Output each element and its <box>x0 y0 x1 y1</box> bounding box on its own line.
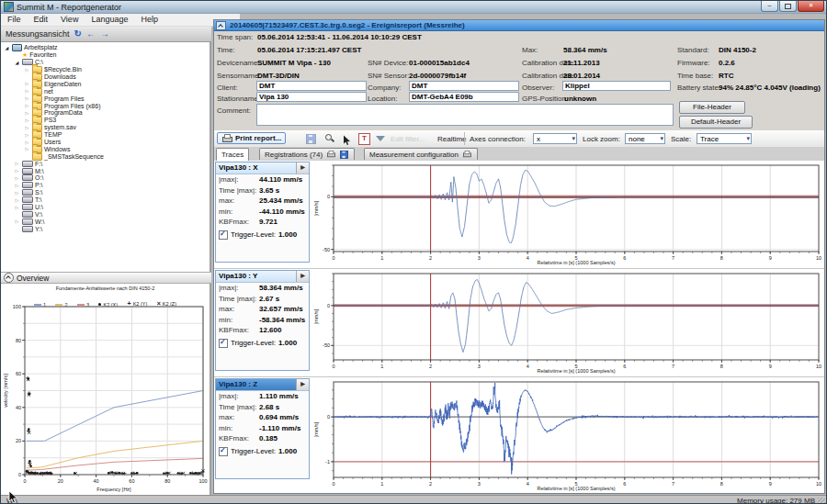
trace-chart-y[interactable]: 0123456789100-50Relativtime in [s] (1000… <box>312 270 824 375</box>
tree-expand-arrow[interactable] <box>24 80 30 87</box>
tree-expand-arrow[interactable] <box>24 102 30 109</box>
report-titlebar[interactable]: 20140605|71523497.CEST.3c.trg.0.seg2 - E… <box>214 20 824 31</box>
location-field[interactable] <box>409 92 519 102</box>
max-value: 58.364 mm/s <box>563 46 607 54</box>
save-icon[interactable] <box>306 134 316 144</box>
menu-item[interactable]: Language <box>85 14 134 26</box>
resize-grip[interactable] <box>818 498 825 504</box>
svg-text:-1: -1 <box>325 459 330 465</box>
trace-chart-x[interactable]: 0123456789100-50Relativtime in [s] (1000… <box>312 162 824 266</box>
tree-item[interactable]: S:\ <box>1 189 210 196</box>
trace-stats-z: Vipa130 : Z ▶ |max|:1.110 mm/sTime |max|… <box>215 378 310 479</box>
window-titlebar[interactable]: Summit M - Reportgenerator <box>1 1 826 14</box>
tree-expand-arrow[interactable] <box>24 145 30 152</box>
back-icon[interactable] <box>86 29 96 39</box>
window-title: Summit M - Reportgenerator <box>17 3 121 12</box>
zoom-icon[interactable] <box>324 133 334 143</box>
trigger-level-checkbox[interactable] <box>219 447 228 456</box>
tree-expand-arrow[interactable] <box>14 167 20 174</box>
tree-expand-arrow[interactable] <box>14 59 20 66</box>
tree-expand-arrow[interactable] <box>24 109 30 117</box>
overview-title: Overview <box>17 274 49 283</box>
svg-text:0: 0 <box>332 481 334 487</box>
print-report-button[interactable]: Print report... <box>217 132 286 144</box>
observer-field[interactable] <box>562 81 671 91</box>
tree-expand-arrow[interactable] <box>24 117 30 124</box>
svg-text:10: 10 <box>816 364 821 369</box>
chevron-up-icon[interactable] <box>216 21 226 30</box>
tree-expand-arrow[interactable] <box>14 218 20 225</box>
tree-expand-arrow[interactable] <box>14 204 20 211</box>
menu-item[interactable]: View <box>54 14 85 26</box>
forward-icon[interactable] <box>100 29 109 39</box>
edit-filter-button[interactable]: Edit filter... <box>391 135 425 143</box>
tree-expand-arrow[interactable] <box>24 124 30 131</box>
trace-header-z[interactable]: Vipa130 : Z ▶ <box>216 379 309 391</box>
comment-field[interactable] <box>256 104 674 126</box>
close-icon[interactable]: × <box>798 1 824 12</box>
trigger-level-checkbox[interactable] <box>219 339 228 348</box>
file-header-button[interactable]: File-Header <box>679 101 745 114</box>
trace-header-x[interactable]: Vipa130 : X ▶ <box>216 162 309 174</box>
tree-expand-arrow[interactable] <box>24 87 30 95</box>
tab-measurement-configuration[interactable]: Measurement configuration <box>364 148 478 160</box>
company-field[interactable] <box>409 81 519 91</box>
filter-icon[interactable] <box>376 136 385 141</box>
tree-expand-arrow[interactable] <box>14 196 20 204</box>
tree-item[interactable]: Favoriten <box>1 51 210 59</box>
tab-traces[interactable]: Traces <box>216 148 249 161</box>
tree-expand-arrow[interactable] <box>24 95 30 102</box>
refresh-icon[interactable] <box>74 29 82 39</box>
minimize-icon[interactable]: – <box>761 1 778 12</box>
tree-item[interactable]: _SMSTaskSequence <box>1 152 210 160</box>
svg-text:2: 2 <box>429 255 432 261</box>
tree-expand-arrow[interactable] <box>14 160 20 167</box>
lock-zoom-select[interactable]: none <box>625 133 665 144</box>
maximize-icon[interactable] <box>779 1 797 12</box>
play-icon[interactable]: ▶ <box>296 271 309 282</box>
scale-select[interactable]: Trace <box>697 133 752 144</box>
menu-item[interactable]: File <box>1 14 28 26</box>
tree-expand-arrow[interactable] <box>4 44 10 51</box>
trace-header-y[interactable]: Vipa130 : Y ▶ <box>216 271 309 283</box>
tree-item-icon <box>22 204 33 210</box>
client-field[interactable] <box>256 81 367 91</box>
overview-header[interactable]: Overview <box>1 272 211 284</box>
tree-item[interactable]: F:\ <box>1 160 210 167</box>
tree-expand-arrow[interactable] <box>14 182 20 189</box>
tree-expand-arrow[interactable] <box>14 174 20 182</box>
play-icon[interactable]: ▶ <box>296 379 309 390</box>
menu-item[interactable]: Edit <box>28 14 55 26</box>
tree-item[interactable]: P:\ <box>1 182 210 189</box>
tree-item[interactable]: T:\ <box>1 196 210 204</box>
tab-registrations[interactable]: Registrations (74) <box>259 148 355 160</box>
tree-item[interactable]: O:\ <box>1 174 210 182</box>
traces-area: Vipa130 : X ▶ |max|:44.110 mm/sTime |max… <box>214 161 824 493</box>
axes-connection-select[interactable]: x <box>533 133 577 144</box>
view-mode-label: Messungsansicht <box>6 29 70 39</box>
trigger-level-checkbox[interactable] <box>219 230 228 240</box>
play-icon[interactable]: ▶ <box>296 162 309 174</box>
default-header-button[interactable]: Default-Header <box>679 116 753 129</box>
trigger-icon[interactable]: T <box>358 133 370 145</box>
tree-item[interactable]: U:\ <box>1 204 210 211</box>
tree-item[interactable]: M:\ <box>1 167 210 174</box>
overview-chart[interactable]: 020406080100020406080100Frequency [Hz]ve… <box>1 301 211 493</box>
tree-expand-arrow[interactable] <box>24 131 30 139</box>
tree-item[interactable]: V:\ <box>1 210 210 218</box>
tree-item[interactable]: Arbeitsplatz <box>1 44 210 51</box>
tree-expand-arrow[interactable] <box>24 139 30 146</box>
tree-expand-arrow[interactable] <box>14 189 20 196</box>
tree-item-icon <box>22 168 33 174</box>
tree-item[interactable]: W:\ <box>1 218 210 225</box>
stationname-field[interactable] <box>256 92 367 102</box>
chevron-up-icon[interactable] <box>4 273 14 283</box>
tree-item[interactable]: Y:\ <box>1 225 210 232</box>
realtime-button[interactable]: Realtime <box>437 135 467 143</box>
menu-item[interactable]: Help <box>134 14 164 26</box>
trace-chart-z[interactable]: 0123456789100-1Relativtime in [s] (1000 … <box>312 378 824 492</box>
tree-expand-arrow[interactable] <box>24 66 30 73</box>
tree-item-label: system.sav <box>44 124 76 130</box>
trace-stats-x: Vipa130 : X ▶ |max|:44.110 mm/sTime |max… <box>215 162 310 263</box>
svg-text:[mm/s]: [mm/s] <box>313 421 319 437</box>
